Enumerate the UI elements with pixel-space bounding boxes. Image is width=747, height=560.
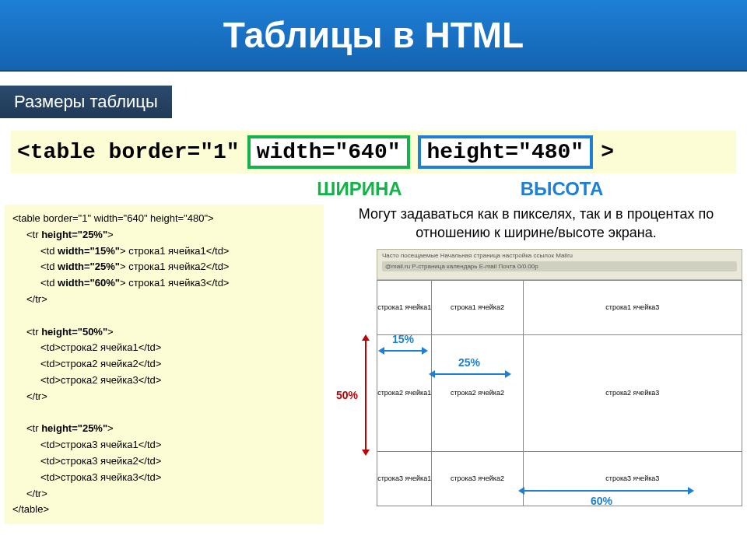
cell-r3c2: строка3 ячейка2 xyxy=(432,451,523,506)
preview-table: строка1 ячейка1 строка1 ячейка2 строка1 … xyxy=(377,280,742,506)
table-row: строка1 ячейка1 строка1 ячейка2 строка1 … xyxy=(377,280,742,334)
label-height: ВЫСОТА xyxy=(461,178,663,200)
pct-label-15: 15% xyxy=(392,333,414,345)
table-row: строка3 ячейка1 строка3 ячейка2 строка3 … xyxy=(377,451,742,506)
pct-label-25: 25% xyxy=(458,356,480,369)
browser-bar-line1: Часто посещаемые Начальная страница наст… xyxy=(382,252,737,259)
browser-preview: Часто посещаемые Начальная страница наст… xyxy=(330,249,742,525)
cell-r3c1: строка3 ячейка1 xyxy=(377,451,432,506)
slide-subtitle: Размеры таблицы xyxy=(0,86,172,118)
tag-prefix: <table border="1" xyxy=(17,140,240,164)
cell-r1c1: строка1 ячейка1 xyxy=(377,280,432,334)
arrow-60pct xyxy=(524,490,688,492)
attr-height-box: height="480" xyxy=(418,135,594,169)
attr-width-box: width="640" xyxy=(247,135,410,169)
tag-example: <table border="1" width="640" height="48… xyxy=(11,131,736,173)
arrow-50pct xyxy=(365,341,366,450)
label-width: ШИРИНА xyxy=(258,178,461,200)
code-example: <table border="1" width="640" height="48… xyxy=(5,205,324,524)
browser-toolbar: Часто посещаемые Начальная страница наст… xyxy=(377,249,742,280)
content-row: <table border="1" width="640" height="48… xyxy=(0,205,747,524)
tag-example-row: <table border="1" width="640" height="48… xyxy=(0,131,747,173)
table-row: строка2 ячейка1 строка2 ячейка2 строка2 … xyxy=(377,334,742,451)
cell-r1c2: строка1 ячейка2 xyxy=(432,280,523,334)
tag-suffix: > xyxy=(601,140,614,164)
pct-label-50: 50% xyxy=(336,389,358,401)
arrow-25pct xyxy=(435,373,505,375)
cell-r3c3: строка3 ячейка3 xyxy=(523,451,742,506)
slide-title: Таблицы в HTML xyxy=(223,14,524,56)
pct-label-60: 60% xyxy=(591,495,612,507)
description-text: Могут задаваться как в пикселях, так и в… xyxy=(330,205,742,249)
right-column: Могут задаваться как в пикселях, так и в… xyxy=(330,205,742,524)
slide-header: Таблицы в HTML xyxy=(0,0,747,72)
cell-r2c2: строка2 ячейка2 xyxy=(432,334,523,451)
cell-r1c3: строка1 ячейка3 xyxy=(523,280,742,334)
attr-labels-row: ШИРИНА ВЫСОТА xyxy=(0,178,747,200)
cell-r2c3: строка2 ячейка3 xyxy=(523,334,742,451)
browser-bar-line2: @mail.ru Р-страница календарь E-mail Поч… xyxy=(382,261,737,271)
arrow-15pct xyxy=(384,350,422,352)
